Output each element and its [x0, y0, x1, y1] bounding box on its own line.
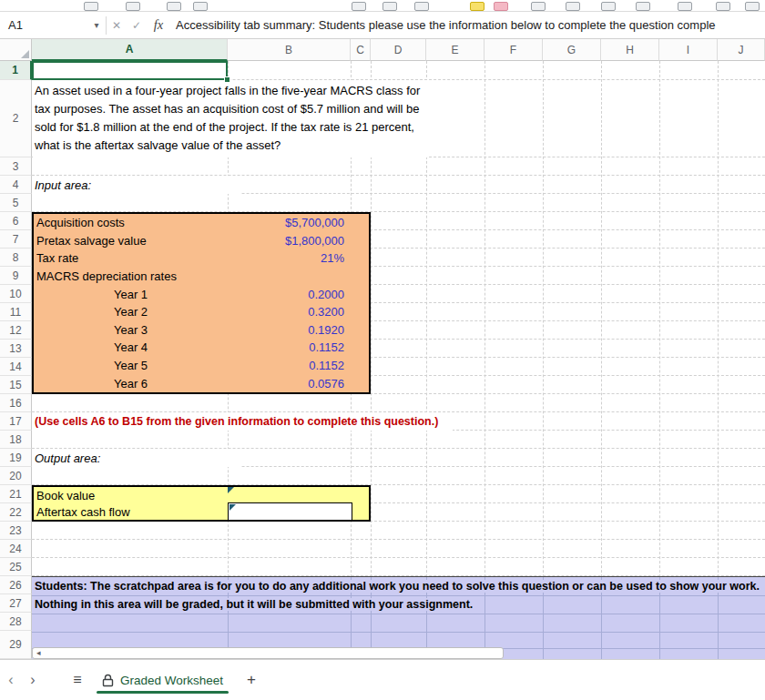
input-row[interactable]: Year 2 0.3200: [34, 303, 369, 321]
output-row[interactable]: Book value: [34, 487, 369, 503]
row-header-26[interactable]: 26: [0, 576, 32, 594]
grid-row[interactable]: [32, 558, 765, 576]
input-row[interactable]: Year 6 0.0576: [34, 374, 369, 392]
sheet-tab-graded-worksheet[interactable]: Graded Worksheet: [97, 660, 229, 700]
input-row[interactable]: Tax rate 21%: [34, 249, 369, 268]
input-row[interactable]: Year 3 0.1920: [34, 321, 369, 340]
row-header-25[interactable]: 25: [0, 558, 32, 576]
input-row[interactable]: Pretax salvage value $1,800,000: [34, 232, 369, 250]
cell-label: Year 1: [34, 288, 228, 301]
cell-value: 21%: [228, 251, 369, 265]
row-header-29[interactable]: 29: [0, 631, 32, 659]
row-header-2[interactable]: 2: [0, 80, 32, 157]
row-header-18[interactable]: 18: [0, 431, 32, 449]
column-gridline: [659, 61, 660, 659]
horizontal-scrollbar[interactable]: ◂: [32, 647, 504, 659]
column-header-E[interactable]: E: [426, 39, 484, 61]
grid-row[interactable]: [32, 540, 765, 558]
column-header-F[interactable]: F: [484, 39, 543, 61]
row-header-17[interactable]: 17: [0, 412, 32, 431]
lock-icon: [102, 674, 114, 687]
name-box[interactable]: A1: [0, 12, 87, 38]
column-header-H[interactable]: H: [601, 39, 659, 61]
row-header-15[interactable]: 15: [0, 376, 32, 394]
row-header-5[interactable]: 5: [0, 194, 32, 212]
sheet-list-menu-icon[interactable]: ≡: [67, 672, 87, 688]
cancel-icon[interactable]: ✕: [107, 19, 127, 32]
row-header-19[interactable]: 19: [0, 449, 32, 467]
scratchpad-text: Nothing in this area will be graded, but…: [32, 598, 475, 611]
select-all-corner[interactable]: [0, 39, 32, 61]
formula-input[interactable]: Accessibility tab summary: Students plea…: [170, 18, 765, 32]
row-header-13[interactable]: 13: [0, 340, 32, 358]
grid-row[interactable]: [32, 467, 765, 485]
sheet-grid: A B C D E F G H I J 1 2 3 4 5 6 7 8 9 10…: [0, 39, 765, 659]
fill-handle[interactable]: [224, 76, 230, 83]
row-header-6[interactable]: 6: [0, 212, 32, 230]
cell-scratchpad-line1[interactable]: Students: The scratchpad area is for you…: [32, 577, 762, 595]
ribbon-icon-fragment: [601, 2, 616, 11]
grid-row[interactable]: [32, 431, 765, 449]
cell-question-text[interactable]: An asset used in a four-year project fal…: [33, 80, 427, 157]
grid-row[interactable]: [32, 522, 765, 540]
cell-label: Year 2: [34, 305, 228, 319]
row-header-12[interactable]: 12: [0, 321, 32, 340]
answer-input-cell[interactable]: [228, 502, 352, 521]
row-header-23[interactable]: 23: [0, 522, 32, 540]
grid-row[interactable]: [32, 157, 765, 176]
row-header-22[interactable]: 22: [0, 503, 32, 522]
scratchpad-gridline: [32, 614, 765, 614]
row-header-21[interactable]: 21: [0, 485, 32, 503]
row-header-11[interactable]: 11: [0, 303, 32, 321]
row-header-16[interactable]: 16: [0, 394, 32, 412]
cell-input-area-label[interactable]: Input area:: [32, 176, 241, 194]
column-header-A[interactable]: A: [32, 39, 228, 61]
formula-bar: A1 ▾ ✕ ✓ fx Accessibility tab summary: S…: [0, 12, 765, 39]
row-header-1[interactable]: 1: [0, 61, 32, 80]
cell-value: 0.1152: [228, 359, 369, 372]
row-header-27[interactable]: 27: [0, 594, 32, 613]
column-header-B[interactable]: B: [228, 39, 351, 61]
ribbon-icon-fragment: [531, 2, 546, 11]
input-row[interactable]: Acquisition costs $5,700,000: [34, 214, 369, 232]
row-header-14[interactable]: 14: [0, 358, 32, 376]
column-header-C[interactable]: C: [351, 39, 371, 61]
column-gridline: [718, 61, 719, 659]
input-row[interactable]: Year 4 0.1152: [34, 339, 369, 357]
comment-indicator-icon: [228, 487, 234, 493]
confirm-icon[interactable]: ✓: [127, 19, 147, 32]
input-row[interactable]: Year 5 0.1152: [34, 357, 369, 375]
column-header-G[interactable]: G: [543, 39, 601, 61]
row-header-24[interactable]: 24: [0, 540, 32, 558]
cell-value: 0.1152: [228, 340, 369, 354]
row-header-28[interactable]: 28: [0, 613, 32, 631]
ribbon-strip: [0, 0, 765, 12]
ribbon-icon-fragment: [193, 2, 208, 11]
sheet-nav-prev-icon[interactable]: ‹: [0, 672, 22, 688]
add-sheet-button[interactable]: +: [241, 671, 261, 689]
row-header-7[interactable]: 7: [0, 230, 32, 249]
row-header-4[interactable]: 4: [0, 176, 32, 194]
row-header-9[interactable]: 9: [0, 267, 32, 285]
cell-output-area-label[interactable]: Output area:: [32, 449, 241, 467]
input-row[interactable]: Year 1 0.2000: [34, 285, 369, 303]
fx-icon[interactable]: fx: [147, 17, 170, 33]
input-row[interactable]: MACRS depreciation rates: [34, 268, 369, 286]
select-all-icon: [21, 50, 29, 58]
grid-row[interactable]: [32, 194, 765, 212]
cell-value: 0.1920: [228, 323, 369, 337]
cell-instruction-text[interactable]: (Use cells A6 to B15 from the given info…: [32, 412, 453, 431]
row-header-10[interactable]: 10: [0, 285, 32, 303]
column-header-J[interactable]: J: [718, 39, 765, 61]
name-box-dropdown-icon[interactable]: ▾: [87, 20, 106, 30]
row-header-8[interactable]: 8: [0, 249, 32, 267]
column-header-I[interactable]: I: [659, 39, 718, 61]
row-header-3[interactable]: 3: [0, 157, 32, 176]
scroll-left-icon[interactable]: ◂: [36, 649, 41, 657]
grid-row[interactable]: [32, 394, 765, 412]
sheet-nav-next-icon[interactable]: ›: [22, 672, 44, 688]
row-header-20[interactable]: 20: [0, 467, 32, 485]
cell-label: Book value: [36, 489, 95, 502]
column-header-D[interactable]: D: [371, 39, 426, 61]
cell-scratchpad-line2[interactable]: Nothing in this area will be graded, but…: [32, 595, 475, 614]
